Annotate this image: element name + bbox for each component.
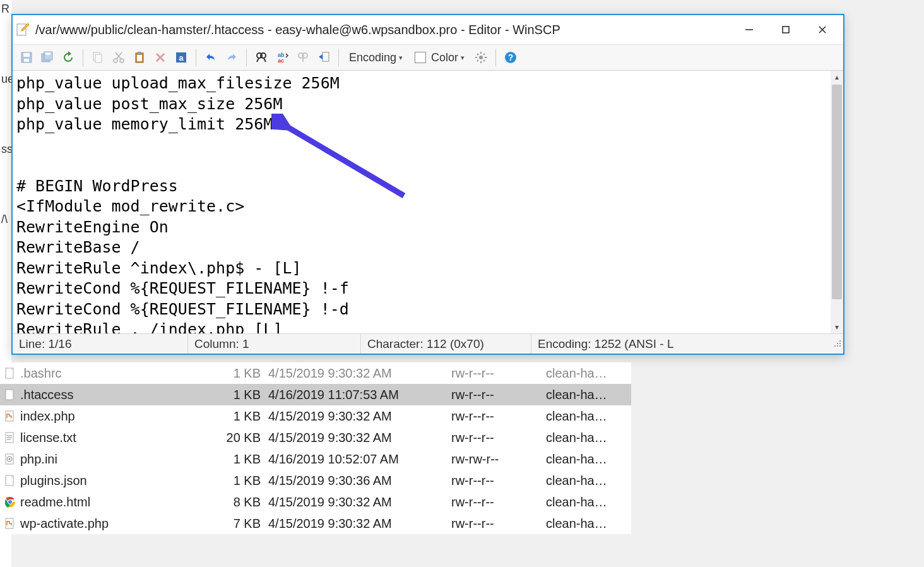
vertical-scrollbar[interactable]: ▴ ▾	[831, 71, 843, 333]
scroll-down-icon[interactable]: ▾	[831, 321, 843, 333]
file-icon	[4, 453, 16, 465]
file-permissions: rw-r--r--	[451, 495, 546, 510]
file-permissions: rw-r--r--	[451, 366, 546, 381]
svg-rect-51	[839, 345, 841, 347]
goto-button[interactable]	[314, 47, 334, 68]
svg-rect-18	[138, 52, 141, 54]
svg-rect-34	[323, 52, 329, 61]
editor-textarea[interactable]: php_value upload_max_filesize 256M php_v…	[13, 71, 831, 333]
file-row[interactable]: .htaccess1 KB4/16/2019 11:07:53 AMrw-r--…	[0, 384, 631, 405]
scroll-thumb[interactable]	[832, 85, 842, 299]
file-permissions: rw-r--r--	[451, 516, 546, 531]
delete-button[interactable]	[150, 47, 170, 68]
svg-rect-50	[837, 345, 838, 347]
file-date: 4/15/2019 9:30:32 AM	[268, 516, 451, 531]
svg-point-14	[120, 59, 124, 63]
file-size: 1 KB	[186, 388, 268, 402]
file-name: .htaccess	[20, 388, 73, 402]
file-row[interactable]: php.ini1 KB4/16/2019 10:52:07 AMrw-rw-r-…	[0, 448, 631, 470]
file-icon	[4, 474, 16, 487]
file-row[interactable]: .bashrc1 KB4/15/2019 9:30:32 AMrw-r--r--…	[0, 362, 631, 384]
replace-button[interactable]: abac	[272, 47, 292, 68]
file-name: readme.html	[20, 495, 90, 510]
svg-line-42	[477, 60, 478, 61]
file-icon	[4, 410, 16, 422]
svg-text:ac: ac	[278, 57, 284, 64]
file-row[interactable]: index.php1 KB4/15/2019 9:30:32 AMrw-r--r…	[0, 405, 631, 427]
file-size: 1 KB	[186, 452, 268, 467]
file-owner: clean-ha…	[546, 452, 631, 467]
preferences-button[interactable]	[471, 47, 491, 68]
editor-window: /var/www/public/clean-hamster/.htaccess …	[11, 14, 844, 355]
undo-button[interactable]	[201, 47, 221, 68]
svg-line-16	[116, 52, 121, 59]
file-owner: clean-ha…	[546, 516, 631, 531]
file-name: plugins.json	[20, 474, 87, 488]
status-character: Character: 112 (0x70)	[361, 334, 531, 354]
svg-text:?: ?	[508, 52, 514, 63]
find-button[interactable]	[251, 47, 271, 68]
window-title: /var/www/public/clean-hamster/.htaccess …	[35, 23, 726, 37]
maximize-button[interactable]	[767, 17, 804, 42]
svg-line-28	[264, 58, 266, 62]
resize-grip-icon[interactable]	[832, 339, 843, 349]
svg-rect-46	[839, 340, 841, 342]
save-button[interactable]	[16, 47, 37, 68]
file-date: 4/15/2019 9:30:36 AM	[268, 474, 451, 488]
file-size: 1 KB	[186, 409, 268, 424]
file-permissions: rw-rw-r--	[451, 452, 546, 467]
edit-document-icon	[15, 22, 30, 37]
svg-line-43	[483, 54, 485, 55]
file-permissions: rw-r--r--	[451, 474, 546, 488]
paste-button[interactable]	[129, 47, 150, 68]
file-name: wp-activate.php	[20, 516, 109, 531]
file-permissions: rw-r--r--	[451, 388, 546, 402]
reload-button[interactable]	[58, 47, 78, 68]
file-size: 20 KB	[186, 431, 268, 445]
file-icon	[4, 496, 16, 508]
file-permissions: rw-r--r--	[451, 431, 546, 445]
file-name: license.txt	[20, 431, 76, 445]
redo-button[interactable]	[222, 47, 242, 68]
svg-rect-12	[95, 54, 102, 63]
svg-point-63	[9, 458, 11, 460]
file-date: 4/15/2019 9:30:32 AM	[268, 495, 451, 510]
file-size: 7 KB	[186, 516, 268, 531]
file-row[interactable]: wp-activate.php7 KB4/15/2019 9:30:32 AMr…	[0, 513, 631, 534]
svg-rect-19	[137, 55, 142, 61]
file-row[interactable]: readme.html8 KB4/15/2019 9:30:32 AMrw-r-…	[0, 491, 631, 513]
svg-point-35	[479, 56, 483, 59]
file-date: 4/15/2019 9:30:32 AM	[268, 431, 451, 445]
file-date: 4/16/2019 11:07:53 AM	[268, 388, 451, 402]
cut-button[interactable]	[109, 47, 129, 68]
scroll-up-icon[interactable]: ▴	[831, 71, 843, 83]
svg-point-13	[114, 59, 117, 63]
file-size: 1 KB	[186, 366, 268, 381]
statusbar: Line: 1/16 Column: 1 Character: 112 (0x7…	[13, 333, 843, 354]
file-date: 4/16/2019 10:52:07 AM	[268, 452, 451, 467]
file-date: 4/15/2019 9:30:32 AM	[268, 366, 451, 381]
titlebar[interactable]: /var/www/public/clean-hamster/.htaccess …	[13, 15, 843, 44]
close-button[interactable]	[804, 17, 841, 42]
help-button[interactable]: ?	[500, 47, 521, 68]
file-owner: clean-ha…	[546, 495, 631, 510]
svg-rect-49	[834, 345, 836, 347]
status-line: Line: 1/16	[13, 334, 188, 354]
encoding-dropdown[interactable]: Encoding ▾	[343, 47, 408, 68]
file-row[interactable]: license.txt20 KB4/15/2019 9:30:32 AMrw-r…	[0, 427, 631, 448]
file-row[interactable]: plugins.json1 KB4/15/2019 9:30:36 AMrw-r…	[0, 470, 631, 491]
copy-button[interactable]	[88, 47, 108, 68]
file-icon	[4, 388, 16, 401]
svg-rect-48	[839, 343, 841, 344]
save-all-button[interactable]	[37, 47, 57, 68]
svg-line-41	[483, 60, 485, 61]
file-list[interactable]: .bashrc1 KB4/15/2019 9:30:32 AMrw-r--r--…	[0, 362, 631, 534]
color-dropdown[interactable]: Color ▾	[409, 47, 470, 68]
status-column: Column: 1	[188, 334, 361, 354]
file-size: 1 KB	[186, 474, 268, 488]
select-all-button[interactable]: a	[171, 47, 191, 68]
file-icon	[4, 367, 16, 379]
svg-line-15	[116, 52, 122, 59]
find-next-button[interactable]	[293, 47, 313, 68]
minimize-button[interactable]	[731, 17, 767, 42]
